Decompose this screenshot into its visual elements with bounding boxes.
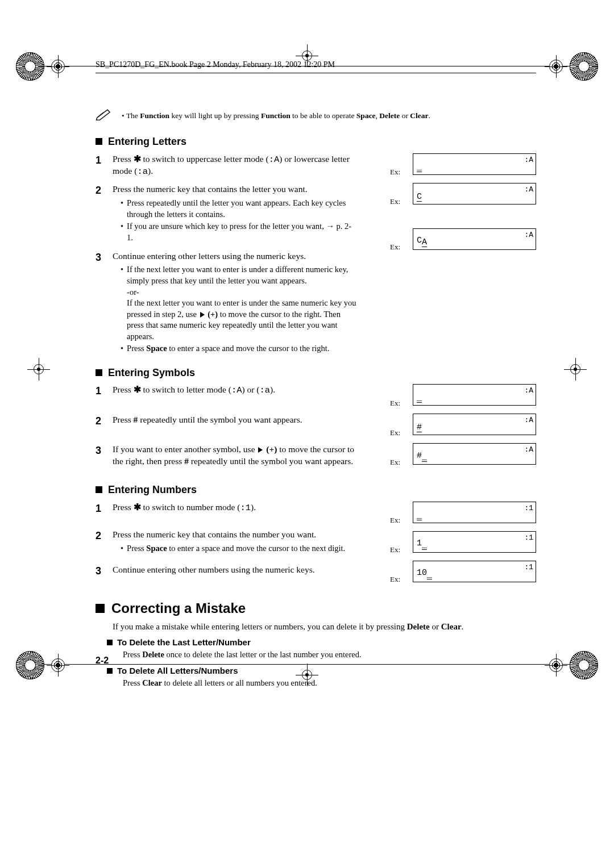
numbers-block: 1 Press ✱ to switch to number mode (:1).…: [96, 502, 536, 590]
note-icon: [96, 108, 111, 120]
square-bullet-icon: [96, 604, 105, 613]
correct-intro: If you make a mistake while entering let…: [113, 621, 536, 632]
section-entering-numbers: Entering Numbers: [96, 483, 536, 496]
cross-left: [27, 358, 50, 381]
lcd-numbers-1: Ex: :1 _: [390, 502, 536, 531]
page-root: SB_PC1270D_FG_EN.book Page 2 Monday, Feb…: [0, 0, 614, 868]
lcd-symbols-2: Ex: :A #: [390, 414, 536, 443]
cross-right: [564, 358, 587, 381]
section-title: Entering Letters: [108, 135, 186, 148]
content-area: • The Function key will light up by pres…: [96, 109, 536, 689]
section-title: Entering Symbols: [108, 366, 195, 379]
letters-step-1: 1 Press ✱ to switch to uppercase letter …: [96, 153, 357, 178]
section-correcting: Correcting a Mistake: [96, 599, 536, 617]
lcd-numbers-3: Ex: :1 10_: [390, 561, 536, 590]
section-title: Entering Numbers: [108, 483, 197, 496]
star-icon: ✱: [134, 502, 141, 512]
square-bullet-icon: [107, 668, 113, 674]
numbers-lcds: Ex: :1 _ Ex: :1 1_ Ex: :1: [390, 502, 536, 590]
star-icon: ✱: [134, 154, 141, 164]
numbers-step-2: 2 Press the numeric key that contains th…: [96, 529, 357, 555]
square-bullet-icon: [96, 486, 102, 493]
lcd-symbols-1: Ex: :A _: [390, 384, 536, 414]
bullet: •: [122, 111, 125, 120]
letters-lcds: Ex: :A _ Ex: :A C Ex:: [390, 153, 536, 258]
symbols-step-1: 1 Press ✱ to switch to letter mode (:A) …: [96, 384, 357, 398]
note-row: • The Function key will light up by pres…: [96, 109, 536, 121]
page-number: 2-2: [96, 656, 109, 666]
triangle-right-icon: [200, 312, 205, 318]
regmark-top-right: [542, 52, 598, 81]
numbers-step-1: 1 Press ✱ to switch to number mode (:1).: [96, 502, 357, 515]
symbols-step-3: 3 If you want to enter another symbol, u…: [96, 444, 357, 468]
running-head: SB_PC1270D_FG_EN.book Page 2 Monday, Feb…: [96, 60, 335, 69]
square-bullet-icon: [107, 640, 113, 645]
regmark-bottom-right: [542, 651, 598, 679]
regmark-bottom-left: [16, 651, 72, 679]
square-bullet-icon: [96, 138, 102, 145]
symbols-lcds: Ex: :A _ Ex: :A # Ex: :A: [390, 384, 536, 473]
subsection-delete-all: To Delete All Letters/Numbers: [107, 665, 536, 677]
symbols-step-2: 2 Press # repeatedly until the symbol yo…: [96, 414, 357, 428]
square-bullet-icon: [96, 369, 102, 376]
delete-last-text: Press Delete once to delete the last let…: [123, 649, 536, 661]
note-text: • The Function key will light up by pres…: [122, 111, 430, 121]
letters-step-3: 3 Continue entering other letters using …: [96, 251, 357, 356]
lcd-letters-1: Ex: :A _: [390, 153, 536, 183]
star-icon: ✱: [134, 385, 141, 394]
section-entering-symbols: Entering Symbols: [96, 366, 536, 379]
letters-step-2: 2 Press the numeric key that contains th…: [96, 183, 357, 244]
section-title: Correcting a Mistake: [111, 599, 246, 617]
numbers-step-3: 3 Continue entering other numbers using …: [96, 564, 357, 578]
symbols-block: 1 Press ✱ to switch to letter mode (:A) …: [96, 384, 536, 473]
letters-block: 1 Press ✱ to switch to uppercase letter …: [96, 153, 536, 356]
regmark-top-left: [16, 52, 72, 81]
subsection-delete-last: To Delete the Last Letter/Number: [107, 637, 536, 648]
running-head-rule: [96, 73, 536, 73]
section-entering-letters: Entering Letters: [96, 135, 536, 148]
triangle-right-icon: [258, 447, 263, 453]
lcd-letters-2: Ex: :A C: [390, 183, 536, 212]
lcd-letters-3: Ex: :A CA: [390, 228, 536, 258]
lcd-numbers-2: Ex: :1 1_: [390, 531, 536, 561]
arrow-right-icon: →: [326, 222, 334, 231]
delete-all-text: Press Clear to delete all letters or all…: [123, 678, 536, 689]
lcd-symbols-3: Ex: :A #_: [390, 443, 536, 473]
